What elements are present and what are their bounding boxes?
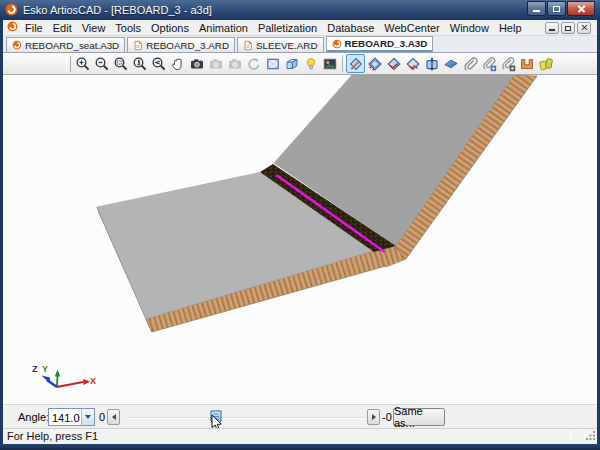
document-system-icon[interactable] (7, 21, 18, 34)
render-options-button[interactable] (320, 54, 339, 73)
mdi-minimize-button[interactable] (545, 22, 559, 34)
wireframe-view-button[interactable] (263, 54, 282, 73)
spin-view-button[interactable] (244, 54, 263, 73)
pan-button[interactable] (168, 54, 187, 73)
fold-all-flaps-button[interactable] (384, 54, 403, 73)
close-button[interactable] (567, 1, 595, 16)
zoom-one-to-one-button[interactable] (130, 54, 149, 73)
cube-icon (284, 56, 300, 72)
arrow-left-icon (112, 414, 116, 420)
bend-panel-button[interactable] (441, 54, 460, 73)
fold-one-flap-icon (367, 56, 383, 72)
close-icon (577, 4, 586, 13)
restore-icon (553, 6, 560, 12)
tape-tool-button[interactable] (536, 54, 555, 73)
x-axis-arrowhead (83, 379, 90, 385)
mdi-restore-button[interactable] (561, 22, 575, 34)
menu-item-palletization[interactable]: Palletization (253, 21, 322, 35)
angle-slider-track[interactable] (125, 417, 365, 419)
angle-combo[interactable] (48, 408, 95, 426)
status-pane-separator (570, 431, 571, 442)
camera-disabled-icon (227, 56, 243, 72)
restore-button[interactable] (547, 1, 566, 16)
angle-label: Angle: (18, 411, 49, 423)
menu-item-options[interactable]: Options (146, 21, 194, 35)
y-axis-arrow (57, 375, 58, 387)
title-bar: Esko ArtiosCAD - [REBOARD_3 - a3d] (0, 0, 600, 20)
resize-grip-icon[interactable] (586, 431, 596, 443)
zoom-previous-icon (151, 56, 167, 72)
light-source-button[interactable] (301, 54, 320, 73)
paperclip-icon (462, 56, 478, 72)
spin-arrow-icon (246, 56, 262, 72)
zoom-previous-button[interactable] (149, 54, 168, 73)
paperclip-gear-icon (500, 56, 516, 72)
chevron-down-icon (85, 415, 91, 419)
zoom-out-button[interactable] (92, 54, 111, 73)
snapshot-button[interactable] (187, 54, 206, 73)
attach-with-offset-button[interactable] (498, 54, 517, 73)
tab-reboard-3-ard[interactable]: REBOARD_3.ARD (127, 37, 235, 52)
fold-one-flap-button[interactable] (365, 54, 384, 73)
axis-triad: Z Y X (32, 364, 96, 387)
tray-icon (519, 56, 535, 72)
zoom-rectangle-button[interactable] (111, 54, 130, 73)
document-icon (133, 40, 143, 51)
same-as-button[interactable]: Same as... (393, 408, 445, 426)
y-axis-label: Y (42, 364, 48, 374)
angle-dropdown-button[interactable] (81, 409, 94, 425)
angle-step-down-button[interactable] (107, 409, 120, 425)
scene-render-icon (322, 56, 338, 72)
unfold-all-icon (405, 56, 421, 72)
attach-part-button[interactable] (460, 54, 479, 73)
arrow-right-icon (372, 414, 376, 420)
3d-viewport[interactable]: Z Y X (3, 75, 597, 404)
toolbar-grip[interactable] (66, 56, 71, 72)
menu-item-window[interactable]: Window (445, 21, 494, 35)
tape-icon (538, 56, 554, 72)
y-axis-arrowhead (55, 370, 60, 377)
attach-to-board-button[interactable] (479, 54, 498, 73)
camera-disabled-icon (208, 56, 224, 72)
tab-reboard-3-a3d-active[interactable]: REBOARD_3.A3D (326, 36, 434, 52)
esko-logo-icon (12, 40, 22, 50)
unfold-all-button[interactable] (403, 54, 422, 73)
snapshot-output-button[interactable] (206, 54, 225, 73)
menu-item-help[interactable]: Help (494, 21, 527, 35)
solid-view-button[interactable] (282, 54, 301, 73)
menu-item-webcenter[interactable]: WebCenter (379, 21, 444, 35)
menu-item-animation[interactable]: Animation (194, 21, 253, 35)
angle-input[interactable] (49, 409, 81, 425)
menu-item-view[interactable]: View (77, 21, 111, 35)
tab-reboard-seat-a3d[interactable]: REBOARD_seat.A3D (6, 37, 125, 52)
zoom-rectangle-icon (113, 56, 129, 72)
mdi-restore-icon (565, 26, 571, 31)
document-icon (243, 40, 253, 51)
fold-to-mate-icon (424, 56, 440, 72)
menu-item-file[interactable]: File (20, 21, 48, 35)
status-pane-separator (584, 431, 585, 442)
fold-to-mate-button[interactable] (422, 54, 441, 73)
zoom-in-button[interactable] (73, 54, 92, 73)
tray-tool-button[interactable] (517, 54, 536, 73)
tab-label: REBOARD_3.ARD (146, 40, 229, 51)
tab-sleeve-ard[interactable]: SLEEVE.ARD (237, 37, 324, 52)
zoom-in-icon (75, 56, 91, 72)
toolbar (3, 53, 597, 75)
fold-angle-tool-button[interactable] (346, 54, 365, 73)
menu-item-tools[interactable]: Tools (110, 21, 146, 35)
mdi-minimize-icon (549, 29, 555, 31)
status-text: For Help, press F1 (7, 430, 98, 442)
snapshot-animation-button[interactable] (225, 54, 244, 73)
window-border-bottom (0, 444, 600, 450)
toolbar-separator (342, 55, 343, 72)
angle-step-up-button[interactable] (367, 409, 380, 425)
artioscad-window: Esko ArtiosCAD - [REBOARD_3 - a3d] File … (0, 0, 600, 450)
menu-item-edit[interactable]: Edit (48, 21, 77, 35)
board-3d-scene[interactable]: Z Y X (3, 75, 597, 404)
minimize-button[interactable] (527, 1, 546, 16)
menu-item-database[interactable]: Database (322, 21, 379, 35)
esko-logo-icon (332, 39, 342, 49)
mdi-close-button[interactable] (577, 22, 591, 34)
reboard-model[interactable] (97, 75, 537, 332)
